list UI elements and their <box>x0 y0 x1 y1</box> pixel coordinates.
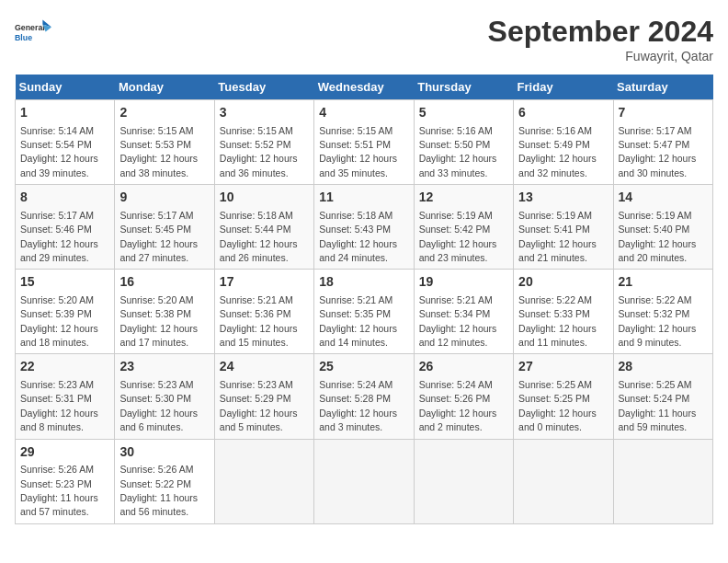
day-info: Sunrise: 5:19 AMSunset: 5:40 PMDaylight:… <box>619 210 697 263</box>
day-number: 13 <box>518 189 608 207</box>
day-info: Sunrise: 5:21 AMSunset: 5:36 PMDaylight:… <box>220 294 298 348</box>
logo: General Blue <box>15 15 51 52</box>
calendar-table: SundayMondayTuesdayWednesdayThursdayFrid… <box>15 75 713 524</box>
calendar-day-cell: 22 Sunrise: 5:23 AMSunset: 5:31 PMDaylig… <box>16 354 115 439</box>
day-number: 1 <box>20 104 109 122</box>
logo-bird-icon: General Blue <box>15 15 51 52</box>
day-info: Sunrise: 5:18 AMSunset: 5:44 PMDaylight:… <box>220 210 298 263</box>
calendar-day-cell <box>514 439 613 523</box>
day-number: 26 <box>419 358 508 376</box>
weekday-header-row: SundayMondayTuesdayWednesdayThursdayFrid… <box>16 75 713 100</box>
day-number: 2 <box>119 104 209 122</box>
day-number: 3 <box>220 104 309 122</box>
month-title: September 2024 <box>488 15 713 49</box>
day-number: 27 <box>518 358 608 376</box>
weekday-header: Saturday <box>613 75 712 100</box>
calendar-day-cell: 19 Sunrise: 5:21 AMSunset: 5:34 PMDaylig… <box>414 270 513 354</box>
day-info: Sunrise: 5:17 AMSunset: 5:47 PMDaylight:… <box>619 125 697 178</box>
calendar-day-cell: 11 Sunrise: 5:18 AMSunset: 5:43 PMDaylig… <box>314 185 414 270</box>
weekday-header: Wednesday <box>314 75 414 100</box>
day-info: Sunrise: 5:15 AMSunset: 5:53 PMDaylight:… <box>119 125 198 178</box>
day-number: 22 <box>20 358 109 376</box>
weekday-header: Sunday <box>16 75 115 100</box>
calendar-day-cell: 9 Sunrise: 5:17 AMSunset: 5:45 PMDayligh… <box>115 185 214 270</box>
day-number: 8 <box>20 189 109 207</box>
calendar-day-cell: 24 Sunrise: 5:23 AMSunset: 5:29 PMDaylig… <box>214 354 313 439</box>
day-number: 25 <box>319 358 408 376</box>
day-number: 6 <box>518 104 608 122</box>
day-info: Sunrise: 5:15 AMSunset: 5:51 PMDaylight:… <box>319 125 397 178</box>
calendar-day-cell: 13 Sunrise: 5:19 AMSunset: 5:41 PMDaylig… <box>514 185 613 270</box>
calendar-week-row: 8 Sunrise: 5:17 AMSunset: 5:46 PMDayligh… <box>16 185 713 270</box>
day-number: 23 <box>119 358 209 376</box>
day-info: Sunrise: 5:21 AMSunset: 5:35 PMDaylight:… <box>319 294 397 348</box>
day-info: Sunrise: 5:16 AMSunset: 5:50 PMDaylight:… <box>419 125 497 178</box>
day-number: 24 <box>220 358 309 376</box>
day-number: 29 <box>20 443 109 462</box>
calendar-day-cell: 3 Sunrise: 5:15 AMSunset: 5:52 PMDayligh… <box>214 100 313 185</box>
day-number: 9 <box>119 189 209 207</box>
calendar-day-cell <box>314 439 414 523</box>
day-number: 14 <box>619 189 708 207</box>
calendar-day-cell: 30 Sunrise: 5:26 AMSunset: 5:22 PMDaylig… <box>115 439 214 523</box>
day-info: Sunrise: 5:25 AMSunset: 5:25 PMDaylight:… <box>518 379 597 432</box>
day-info: Sunrise: 5:15 AMSunset: 5:52 PMDaylight:… <box>220 125 298 178</box>
day-info: Sunrise: 5:21 AMSunset: 5:34 PMDaylight:… <box>419 294 497 348</box>
calendar-day-cell: 26 Sunrise: 5:24 AMSunset: 5:26 PMDaylig… <box>414 354 513 439</box>
calendar-day-cell: 6 Sunrise: 5:16 AMSunset: 5:49 PMDayligh… <box>514 100 613 185</box>
day-number: 5 <box>419 104 508 122</box>
day-info: Sunrise: 5:26 AMSunset: 5:23 PMDaylight:… <box>20 464 98 517</box>
day-info: Sunrise: 5:18 AMSunset: 5:43 PMDaylight:… <box>319 210 397 263</box>
weekday-header: Friday <box>514 75 613 100</box>
day-info: Sunrise: 5:19 AMSunset: 5:42 PMDaylight:… <box>419 210 497 263</box>
svg-text:General: General <box>15 23 45 32</box>
calendar-day-cell: 17 Sunrise: 5:21 AMSunset: 5:36 PMDaylig… <box>214 270 313 354</box>
day-number: 17 <box>220 273 309 292</box>
day-number: 11 <box>319 189 408 207</box>
calendar-day-cell: 21 Sunrise: 5:22 AMSunset: 5:32 PMDaylig… <box>613 270 712 354</box>
calendar-day-cell: 5 Sunrise: 5:16 AMSunset: 5:50 PMDayligh… <box>414 100 513 185</box>
day-info: Sunrise: 5:25 AMSunset: 5:24 PMDaylight:… <box>619 379 697 432</box>
calendar-day-cell: 15 Sunrise: 5:20 AMSunset: 5:39 PMDaylig… <box>16 270 115 354</box>
calendar-day-cell: 18 Sunrise: 5:21 AMSunset: 5:35 PMDaylig… <box>314 270 414 354</box>
day-info: Sunrise: 5:26 AMSunset: 5:22 PMDaylight:… <box>119 464 198 517</box>
day-info: Sunrise: 5:17 AMSunset: 5:46 PMDaylight:… <box>20 210 98 263</box>
weekday-header: Monday <box>115 75 214 100</box>
day-number: 7 <box>619 104 708 122</box>
day-number: 18 <box>319 273 408 292</box>
calendar-day-cell: 2 Sunrise: 5:15 AMSunset: 5:53 PMDayligh… <box>115 100 214 185</box>
day-number: 19 <box>419 273 508 292</box>
day-info: Sunrise: 5:23 AMSunset: 5:29 PMDaylight:… <box>220 379 298 432</box>
day-info: Sunrise: 5:20 AMSunset: 5:39 PMDaylight:… <box>20 294 98 348</box>
calendar-day-cell: 27 Sunrise: 5:25 AMSunset: 5:25 PMDaylig… <box>514 354 613 439</box>
day-info: Sunrise: 5:22 AMSunset: 5:32 PMDaylight:… <box>619 294 697 348</box>
calendar-day-cell: 29 Sunrise: 5:26 AMSunset: 5:23 PMDaylig… <box>16 439 115 523</box>
calendar-day-cell: 23 Sunrise: 5:23 AMSunset: 5:30 PMDaylig… <box>115 354 214 439</box>
calendar-day-cell: 28 Sunrise: 5:25 AMSunset: 5:24 PMDaylig… <box>613 354 712 439</box>
calendar-week-row: 1 Sunrise: 5:14 AMSunset: 5:54 PMDayligh… <box>16 100 713 185</box>
calendar-day-cell: 12 Sunrise: 5:19 AMSunset: 5:42 PMDaylig… <box>414 185 513 270</box>
calendar-week-row: 29 Sunrise: 5:26 AMSunset: 5:23 PMDaylig… <box>16 439 713 523</box>
calendar-day-cell: 1 Sunrise: 5:14 AMSunset: 5:54 PMDayligh… <box>16 100 115 185</box>
page-header: General Blue September 2024 Fuwayrit, Qa… <box>15 15 713 63</box>
location-subtitle: Fuwayrit, Qatar <box>488 49 713 63</box>
title-section: September 2024 Fuwayrit, Qatar <box>488 15 713 63</box>
day-info: Sunrise: 5:23 AMSunset: 5:30 PMDaylight:… <box>119 379 198 432</box>
weekday-header: Tuesday <box>214 75 313 100</box>
day-number: 4 <box>319 104 408 122</box>
calendar-day-cell: 7 Sunrise: 5:17 AMSunset: 5:47 PMDayligh… <box>613 100 712 185</box>
day-info: Sunrise: 5:16 AMSunset: 5:49 PMDaylight:… <box>518 125 597 178</box>
calendar-day-cell: 25 Sunrise: 5:24 AMSunset: 5:28 PMDaylig… <box>314 354 414 439</box>
calendar-day-cell: 14 Sunrise: 5:19 AMSunset: 5:40 PMDaylig… <box>613 185 712 270</box>
day-info: Sunrise: 5:20 AMSunset: 5:38 PMDaylight:… <box>119 294 198 348</box>
day-info: Sunrise: 5:22 AMSunset: 5:33 PMDaylight:… <box>518 294 597 348</box>
calendar-day-cell: 4 Sunrise: 5:15 AMSunset: 5:51 PMDayligh… <box>314 100 414 185</box>
day-number: 20 <box>518 273 608 292</box>
calendar-day-cell <box>214 439 313 523</box>
calendar-day-cell <box>613 439 712 523</box>
day-info: Sunrise: 5:17 AMSunset: 5:45 PMDaylight:… <box>119 210 198 263</box>
calendar-day-cell: 10 Sunrise: 5:18 AMSunset: 5:44 PMDaylig… <box>214 185 313 270</box>
day-number: 16 <box>119 273 209 292</box>
weekday-header: Thursday <box>414 75 513 100</box>
day-info: Sunrise: 5:24 AMSunset: 5:26 PMDaylight:… <box>419 379 497 432</box>
